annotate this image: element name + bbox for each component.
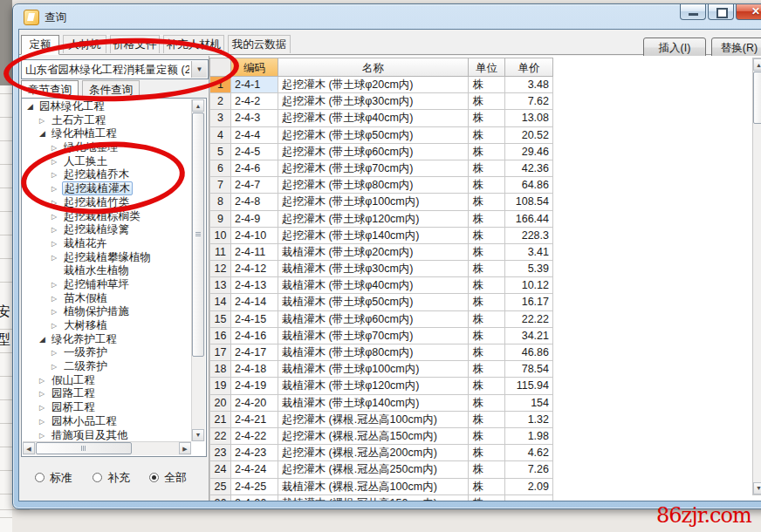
table-row[interactable]: 262-4-26栽植灌木 (裸根.冠丛高150cm内)株 bbox=[209, 495, 553, 501]
tree-item[interactable]: ▷起挖栽植攀缘植物 bbox=[22, 251, 191, 265]
collapse-icon[interactable]: ◢ bbox=[39, 127, 50, 141]
tree-item[interactable]: ▷园路工程 bbox=[22, 387, 191, 401]
table-row[interactable]: 102-4-10起挖灌木 (带土球φ140cm内)株228.3 bbox=[209, 228, 553, 244]
grid-scrollbar-thumb[interactable] bbox=[753, 72, 761, 124]
column-header-code[interactable]: 编码 bbox=[231, 58, 278, 77]
tree-item[interactable]: ◢绿化养护工程 bbox=[22, 333, 191, 347]
tree-item[interactable]: ▷起挖栽植灌木 bbox=[22, 182, 191, 196]
expand-icon[interactable]: ▷ bbox=[39, 114, 50, 128]
column-header-price[interactable]: 单价 bbox=[505, 58, 553, 77]
table-row[interactable]: 162-4-16栽植灌木 (带土球φ70cm内)株34.21 bbox=[209, 328, 553, 344]
expand-icon[interactable]: ▷ bbox=[51, 292, 62, 306]
expand-icon[interactable]: ▷ bbox=[51, 319, 62, 333]
tree-item[interactable]: ▷起挖栽植乔木 bbox=[22, 168, 191, 182]
table-row[interactable]: 52-4-5起挖灌木 (带土球φ60cm内)株29.46 bbox=[209, 144, 553, 160]
tree-item[interactable]: ▷假山工程 bbox=[22, 374, 191, 388]
tree-item[interactable]: ◢园林绿化工程 bbox=[22, 100, 191, 114]
table-row[interactable]: 232-4-23起挖灌木 (裸根.冠丛高200cm内)株4.62 bbox=[209, 445, 553, 461]
column-header-name[interactable]: 名称 bbox=[278, 58, 469, 77]
subtab-chapter-query[interactable]: 章节查询 bbox=[21, 80, 79, 98]
grid-vertical-scrollbar[interactable]: ▲ ▼ bbox=[752, 58, 761, 495]
tab-buchong[interactable]: 补充人材机 bbox=[163, 35, 224, 53]
expand-icon[interactable]: ▷ bbox=[51, 223, 62, 237]
tab-yunshuju[interactable]: 我的云数据 bbox=[228, 35, 291, 53]
expand-icon[interactable]: ▷ bbox=[51, 346, 62, 360]
chevron-down-icon[interactable]: ▼ bbox=[191, 61, 207, 78]
table-row[interactable]: 112-4-11栽植灌木 (带土球φ20cm内)株3.41 bbox=[209, 244, 553, 261]
table-row[interactable]: 202-4-20栽植灌木 (带土球φ140cm内)株154 bbox=[209, 395, 553, 412]
tab-jiagewenjian[interactable]: 价格文件 bbox=[110, 35, 160, 53]
subtab-condition-query[interactable]: 条件查询 bbox=[82, 80, 140, 98]
restore-button[interactable] bbox=[708, 4, 734, 20]
table-row[interactable]: 222-4-22起挖灌木 (裸根.冠丛高150cm内)株1.98 bbox=[209, 428, 553, 445]
expand-icon[interactable]: ▷ bbox=[51, 196, 62, 210]
table-row[interactable]: 12-4-1起挖灌木 (带土球φ20cm内)株3.48 bbox=[209, 77, 553, 93]
table-row[interactable]: 62-4-6起挖灌木 (带土球φ70cm内)株42.36 bbox=[209, 160, 553, 177]
tree-item[interactable]: ▷起挖栽植竹类 bbox=[22, 196, 191, 210]
expand-icon[interactable]: ▷ bbox=[51, 182, 62, 196]
expand-icon[interactable]: ▷ bbox=[51, 168, 62, 182]
expand-icon[interactable]: ▷ bbox=[39, 387, 50, 401]
expand-icon[interactable]: ▷ bbox=[39, 415, 50, 429]
radio-standard[interactable] bbox=[35, 473, 45, 482]
table-row[interactable]: 142-4-14栽植灌木 (带土球φ50cm内)株16.17 bbox=[209, 294, 553, 310]
scroll-left-icon[interactable]: ◀ bbox=[23, 442, 35, 454]
table-row[interactable]: 82-4-8起挖灌木 (带土球φ100cm内)株108.54 bbox=[209, 194, 553, 210]
expand-icon[interactable]: ▷ bbox=[51, 210, 62, 224]
expand-icon[interactable]: ▷ bbox=[51, 305, 62, 319]
close-button[interactable]: ✕ bbox=[736, 4, 761, 20]
expand-icon[interactable]: ▷ bbox=[51, 278, 62, 292]
minimize-button[interactable] bbox=[680, 4, 706, 20]
expand-icon[interactable]: ▷ bbox=[51, 237, 62, 251]
table-row[interactable]: 192-4-19栽植灌木 (带土球φ120cm内)株115.94 bbox=[209, 378, 553, 394]
tree-item[interactable]: ▷栽植花卉 bbox=[22, 237, 191, 251]
tree-item[interactable]: ▷人工换土 bbox=[22, 155, 191, 169]
table-row[interactable]: 22-4-2起挖灌木 (带土球φ30cm内)株7.62 bbox=[209, 93, 553, 110]
table-row[interactable]: 72-4-7起挖灌木 (带土球φ80cm内)株64.86 bbox=[209, 177, 553, 194]
table-row[interactable]: 42-4-4起挖灌木 (带土球φ50cm内)株20.52 bbox=[209, 127, 553, 144]
tree-item[interactable]: ▷园桥工程 bbox=[22, 401, 191, 415]
tab-dinge[interactable]: 定额 bbox=[21, 35, 59, 55]
table-row[interactable]: 242-4-24起挖灌木 (裸根.冠丛高250cm内)株7.26 bbox=[209, 461, 553, 478]
table-row[interactable]: 152-4-15栽植灌木 (带土球φ60cm内)株22.22 bbox=[209, 311, 553, 328]
table-row[interactable]: 252-4-25栽植灌木 (裸根.冠丛高100cm内)株2.09 bbox=[209, 479, 553, 495]
expand-icon[interactable]: ▷ bbox=[39, 401, 50, 415]
table-row[interactable]: 132-4-13栽植灌木 (带土球φ40cm内)株10.12 bbox=[209, 277, 553, 294]
radio-supplement[interactable] bbox=[93, 473, 102, 482]
radio-all[interactable] bbox=[149, 473, 159, 482]
tree-hscrollbar-thumb[interactable] bbox=[36, 442, 132, 454]
tree-item[interactable]: ▷大树移植 bbox=[22, 319, 191, 333]
expand-icon[interactable]: ▷ bbox=[51, 155, 62, 169]
tree-item[interactable]: ▷土石方工程 bbox=[22, 114, 191, 128]
tree-item[interactable]: ▷二级养护 bbox=[22, 360, 191, 374]
table-row[interactable]: 32-4-3起挖灌木 (带土球φ40cm内)株13.08 bbox=[209, 110, 553, 126]
quota-dropdown[interactable]: 山东省园林绿化工程消耗量定额 (200 ▼ bbox=[21, 59, 209, 79]
scroll-up-icon[interactable]: ▲ bbox=[192, 99, 204, 112]
tree-item[interactable]: ▷起挖栽植棕榈类 bbox=[22, 210, 191, 224]
tree-item[interactable]: ▷措施项目及其他 bbox=[22, 429, 191, 442]
collapse-icon[interactable]: ◢ bbox=[39, 333, 50, 347]
tree-vertical-scrollbar[interactable]: ▲ ▼ bbox=[191, 99, 205, 441]
table-row[interactable]: 92-4-9起挖灌木 (带土球φ120cm内)株166.44 bbox=[209, 211, 553, 228]
tree-item[interactable]: ▷园林小品工程 bbox=[22, 415, 191, 429]
tree-horizontal-scrollbar[interactable]: ◀ ▶ bbox=[23, 441, 191, 455]
scroll-down-icon[interactable]: ▼ bbox=[192, 429, 204, 441]
expand-icon[interactable]: ▷ bbox=[51, 251, 62, 265]
tree-item[interactable]: ▷苗木假植 bbox=[22, 292, 191, 306]
tab-rencaiji[interactable]: 人材机 bbox=[63, 35, 106, 53]
column-header-unit[interactable]: 单位 bbox=[469, 58, 505, 77]
tree-item[interactable]: ▷绿化地整理 bbox=[22, 141, 191, 155]
tree-item[interactable]: ▷植物保护措施 bbox=[22, 305, 191, 319]
tree-item[interactable]: ◢绿化种植工程 bbox=[22, 127, 191, 141]
titlebar[interactable]: 查询 ✕ bbox=[13, 4, 761, 29]
tree-item[interactable]: ▷一级养护 bbox=[22, 346, 191, 360]
tree-scrollbar-thumb[interactable] bbox=[192, 113, 204, 357]
expand-icon[interactable]: ▷ bbox=[39, 374, 50, 388]
table-row[interactable]: 182-4-18栽植灌木 (带土球φ100cm内)株78.54 bbox=[209, 361, 553, 378]
scroll-up-icon[interactable]: ▲ bbox=[753, 58, 761, 71]
scroll-right-icon[interactable]: ▶ bbox=[179, 442, 191, 454]
table-row[interactable]: 122-4-12栽植灌木 (带土球φ30cm内)株5.39 bbox=[209, 261, 553, 277]
tree-item[interactable]: 栽植水生植物 bbox=[22, 264, 191, 278]
expand-icon[interactable]: ▷ bbox=[51, 360, 62, 374]
table-row[interactable]: 172-4-17栽植灌木 (带土球φ80cm内)株46.86 bbox=[209, 344, 553, 361]
